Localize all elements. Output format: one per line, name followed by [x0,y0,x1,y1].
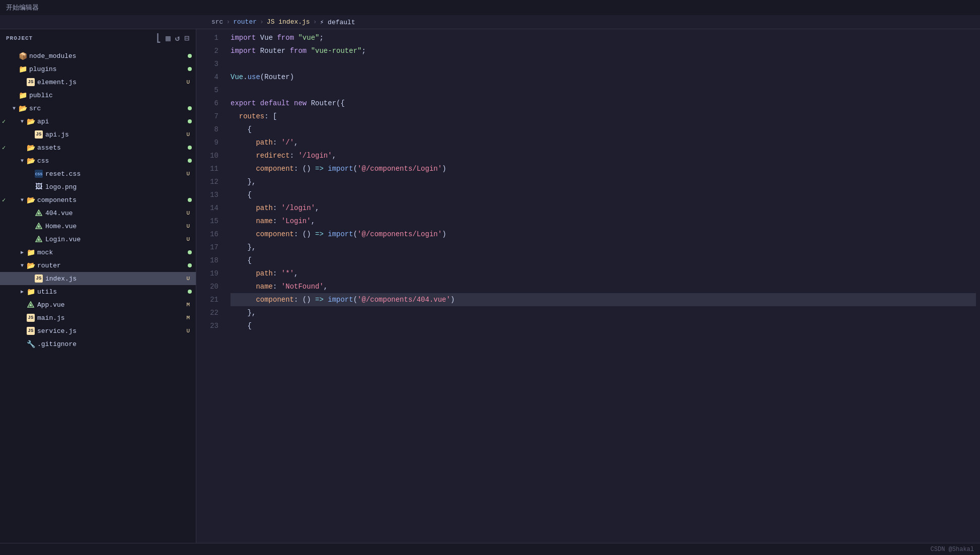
tree-label: .gitignore [37,340,77,348]
folder-open-icon: 📂 [26,195,35,204]
tree-item-router[interactable]: 📂 router [0,259,196,272]
tree-arrow [10,65,18,73]
js-file-icon: JS [26,313,35,322]
tree-item-src[interactable]: 📂 src [0,102,196,115]
tree-label: node_modules [29,52,77,60]
css-file-icon: CSS [34,169,43,178]
new-file-icon[interactable]: ⎣ [156,33,162,43]
title-bar-text: 开始编辑器 [6,3,39,12]
code-line: { [231,254,976,267]
code-line: export default new Router({ [231,97,976,110]
tree-item-login-vue[interactable]: Login.vue U [0,233,196,246]
tree-item-node-modules[interactable]: 📦 node_modules [0,49,196,62]
collapse-icon[interactable]: ⊟ [184,33,190,43]
js-file-icon: JS [34,274,43,283]
tree-item-public[interactable]: 📁 public [0,89,196,102]
tree-item-components[interactable]: ✓ 📂 components [0,193,196,206]
tree-label: api.js [45,131,69,138]
tree-item-utils[interactable]: 📁 utils [0,285,196,298]
status-badge [188,106,192,110]
status-badge: U [184,236,192,243]
tree-arrow-open [10,104,18,112]
tree-label: element.js [37,79,77,86]
tree-label: mock [37,249,53,256]
tree-label: public [29,92,53,99]
status-badge [188,198,192,202]
tree-arrow [18,78,26,86]
checkmark-icon: ✓ [2,118,6,125]
tree-label: App.vue [37,301,65,309]
code-line: }, [231,175,976,188]
tree-label: service.js [37,327,77,335]
tree-item-assets[interactable]: ✓ 📂 assets [0,141,196,154]
tree-item-css[interactable]: 📂 css [0,154,196,167]
tree-arrow [26,183,34,191]
code-line: component: () => import('@/components/40… [231,293,976,306]
status-badge: U [184,170,192,177]
code-line: path: '/login', [231,201,976,215]
breadcrumb-file[interactable]: JS index.js [267,18,310,26]
git-file-icon: 🔧 [26,339,35,349]
breadcrumb-router[interactable]: router [233,18,257,26]
tree-item-main-js[interactable]: JS main.js M [0,311,196,324]
tree-item-logo-png[interactable]: 🖼 logo.png [0,180,196,193]
title-bar: 开始编辑器 [0,0,980,15]
sidebar-title: PROJECT [6,35,33,41]
folder-icon: 📁 [26,248,35,257]
checkmark-icon: ✓ [2,196,6,204]
code-content[interactable]: import Vue from "vue";import Router from… [227,31,980,543]
sidebar-header: PROJECT ⎣ ▦ ↺ ⊟ [0,29,196,47]
code-line: redirect: '/login', [231,149,976,162]
tree-item-api[interactable]: ✓ 📂 api [0,115,196,128]
tree-item-service-js[interactable]: JS service.js U [0,324,196,337]
tree-label: Home.vue [45,223,77,230]
tree-item-api-js[interactable]: JS api.js U [0,128,196,141]
tree-label: logo.png [45,183,77,191]
status-badge [188,290,192,294]
tree-item-reset-css[interactable]: CSS reset.css U [0,167,196,180]
js-file-icon: JS [26,326,35,335]
status-badge: U [184,327,192,334]
tree-item-gitignore[interactable]: 🔧 .gitignore [0,337,196,351]
status-badge: U [184,210,192,217]
code-line: }, [231,306,976,319]
tree-item-404-vue[interactable]: 404.vue U [0,206,196,220]
code-line: path: '/', [231,136,976,149]
status-badge: M [184,301,192,308]
sidebar-toolbar: ⎣ ▦ ↺ ⊟ [156,33,190,43]
tree-arrow [26,222,34,230]
vue-file-icon [34,235,43,244]
refresh-icon[interactable]: ↺ [175,33,181,43]
code-line: }, [231,241,976,254]
tree-item-plugins[interactable]: 📁 plugins [0,62,196,76]
status-badge [188,146,192,150]
folder-open-icon: 📂 [18,104,27,113]
js-file-icon: JS [26,78,35,87]
tree-label: main.js [37,314,65,322]
main-layout: PROJECT ⎣ ▦ ↺ ⊟ 📦 node_modules 📁 plugins [0,29,980,543]
code-line: path: '*', [231,267,976,280]
status-badge [188,67,192,71]
vue-file-icon [26,300,35,309]
folder-open-icon: 📂 [26,117,35,126]
breadcrumb-src[interactable]: src [211,18,223,26]
folder-icon: 📁 [26,287,35,296]
tree-arrow [26,130,34,138]
tree-item-mock[interactable]: 📁 mock [0,246,196,259]
folder-open-icon: 📂 [26,143,35,152]
tree-label: reset.css [45,170,81,178]
code-area[interactable]: 1234567891011121314151617181920212223 im… [196,29,980,543]
checkmark-icon: ✓ [2,144,6,152]
tree-item-element-js[interactable]: JS element.js U [0,76,196,89]
tree-arrow [26,235,34,243]
file-tree: 📦 node_modules 📁 plugins JS element.js U [0,47,196,543]
tree-item-index-js[interactable]: JS index.js U [0,272,196,285]
status-badge [188,119,192,123]
new-folder-icon[interactable]: ▦ [166,33,171,43]
code-line: { [231,319,976,332]
tree-item-app-vue[interactable]: App.vue M [0,298,196,311]
vue-file-icon [34,222,43,231]
folder-open-icon: 📂 [26,261,35,270]
tree-item-home-vue[interactable]: Home.vue U [0,220,196,233]
vue-file-icon [34,209,43,218]
